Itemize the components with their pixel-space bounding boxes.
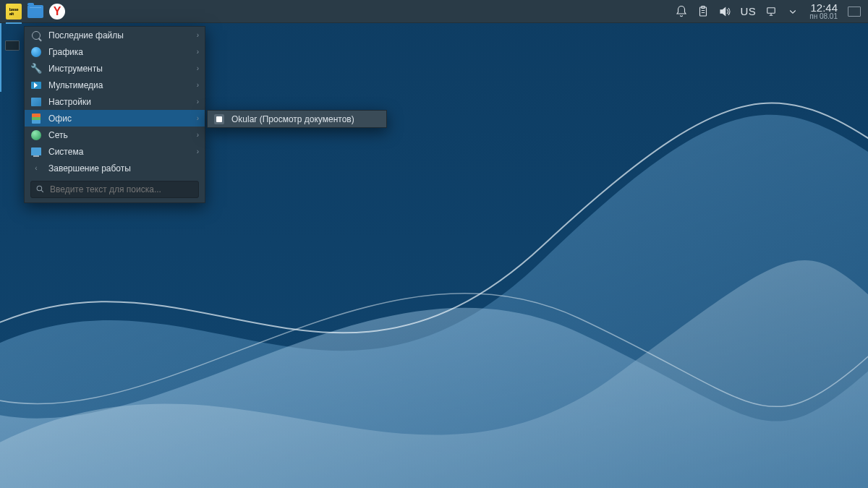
menu-item-label: Графика: [48, 47, 190, 57]
menu-item-label: Система: [48, 147, 190, 157]
keyboard-layout-label: US: [740, 5, 756, 17]
chevron-left-icon: ‹: [30, 163, 42, 174]
okular-icon: [213, 114, 225, 125]
menu-search-input[interactable]: [30, 181, 199, 198]
chevron-right-icon: ›: [197, 147, 199, 155]
chevron-right-icon: ›: [197, 31, 199, 39]
volume-tray[interactable]: [715, 2, 734, 21]
network-icon: [765, 5, 778, 18]
application-menu: Последние файлы › Графика › 🔧 Инструмент…: [24, 26, 205, 203]
settings-icon: [30, 96, 42, 108]
folder-icon: [27, 5, 43, 18]
notifications-tray[interactable]: [672, 2, 691, 21]
chevron-right-icon: ›: [197, 64, 199, 72]
graphics-icon: [30, 46, 42, 58]
taskbar: basealt Y US 12:44 пн 08.01: [0, 0, 868, 23]
window-thumbnail-icon: [5, 40, 20, 51]
menu-item-label: Мультимедиа: [48, 80, 190, 90]
volume-icon: [718, 5, 731, 18]
chevron-right-icon: ›: [197, 48, 199, 56]
clipboard-icon: [697, 5, 710, 18]
clipboard-tray[interactable]: [694, 2, 712, 21]
menu-item-leave[interactable]: ‹ Завершение работы: [25, 160, 205, 176]
menu-item-network[interactable]: Сеть ›: [25, 127, 205, 143]
menu-item-office[interactable]: Офис ›: [25, 110, 205, 127]
search-icon: [30, 30, 42, 41]
menu-item-tools[interactable]: 🔧 Инструменты ›: [25, 60, 205, 77]
running-app-thumb[interactable]: [0, 23, 23, 92]
file-manager-launcher[interactable]: [26, 2, 45, 21]
network-tray[interactable]: [762, 2, 780, 21]
tray-expand[interactable]: [783, 2, 802, 21]
menu-item-label: Завершение работы: [48, 163, 199, 174]
show-desktop-icon: [848, 7, 861, 17]
basealt-icon: basealt: [6, 4, 22, 20]
menu-item-system[interactable]: Система ›: [25, 143, 205, 160]
menu-item-multimedia[interactable]: Мультимедиа ›: [25, 77, 205, 93]
app-launcher-button[interactable]: basealt: [4, 2, 23, 21]
network-category-icon: [30, 129, 42, 141]
menu-item-label: Инструменты: [48, 64, 190, 74]
svg-rect-3: [767, 7, 775, 13]
chevron-right-icon: ›: [197, 98, 199, 106]
chevron-down-icon: [786, 5, 799, 18]
clock-tray[interactable]: 12:44 пн 08.01: [805, 2, 842, 21]
chevron-right-icon: ›: [197, 81, 199, 89]
yandex-icon: Y: [49, 4, 65, 20]
system-icon: [30, 146, 42, 158]
office-icon: [30, 113, 42, 124]
clock-date: пн 08.01: [809, 13, 838, 20]
menu-item-recent[interactable]: Последние файлы ›: [25, 27, 205, 43]
menu-item-label: Сеть: [48, 130, 190, 140]
wrench-icon: 🔧: [30, 63, 42, 74]
yandex-browser-launcher[interactable]: Y: [48, 2, 67, 21]
keyboard-layout-tray[interactable]: US: [737, 2, 759, 21]
submenu-item-okular[interactable]: Okular (Просмотр документов): [208, 111, 386, 127]
chevron-right-icon: ›: [197, 114, 199, 122]
svg-point-4: [37, 186, 42, 191]
menu-item-graphics[interactable]: Графика ›: [25, 43, 205, 60]
search-icon: [35, 184, 45, 196]
submenu-office: Okular (Просмотр документов): [207, 110, 387, 128]
multimedia-icon: [30, 80, 42, 91]
menu-item-label: Офис: [48, 114, 190, 124]
menu-item-label: Настройки: [48, 97, 190, 107]
chevron-right-icon: ›: [197, 131, 199, 139]
task-manager-strip: [0, 23, 23, 92]
submenu-item-label: Okular (Просмотр документов): [231, 114, 380, 124]
clock-time: 12:44: [810, 2, 838, 13]
menu-item-label: Последние файлы: [48, 30, 190, 40]
menu-item-settings[interactable]: Настройки ›: [25, 93, 205, 110]
show-desktop-button[interactable]: [845, 2, 864, 21]
bell-icon: [675, 5, 688, 18]
